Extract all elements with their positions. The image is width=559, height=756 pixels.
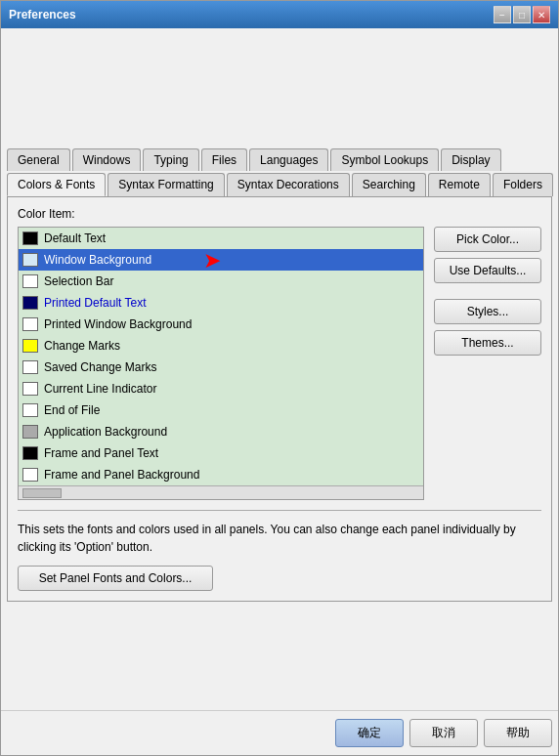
tab-panel: Color Item: Default TextWindow Backgroun… (7, 196, 552, 602)
list-item[interactable]: Printed Window Background (19, 314, 423, 335)
color-swatch (22, 403, 38, 417)
item-label: Frame and Panel Text (44, 446, 158, 460)
set-panel-fonts-button[interactable]: Set Panel Fonts and Colors... (18, 566, 213, 591)
main-area: Default TextWindow BackgroundSelection B… (18, 227, 541, 500)
maximize-button[interactable]: □ (513, 6, 531, 23)
primary-tabs: GeneralWindowsTypingFilesLanguagesSymbol… (7, 148, 552, 171)
item-label: Application Background (44, 425, 167, 439)
color-swatch (22, 296, 38, 310)
tab-languages[interactable]: Languages (249, 148, 328, 171)
tab-general[interactable]: General (7, 148, 70, 171)
color-item-list[interactable]: Default TextWindow BackgroundSelection B… (18, 227, 424, 500)
spacer (1, 602, 558, 710)
section-label: Color Item: (18, 207, 541, 221)
color-swatch (22, 468, 38, 482)
item-label: End of File (44, 403, 100, 417)
list-item[interactable]: Default Text (19, 228, 423, 249)
list-item[interactable]: Window Background (19, 249, 423, 271)
item-label: Printed Default Text (44, 296, 147, 310)
window-title: Preferences (9, 8, 76, 21)
close-button[interactable]: ✕ (533, 6, 550, 23)
tab-files[interactable]: Files (201, 148, 247, 171)
tab-typing[interactable]: Typing (143, 148, 198, 171)
list-item[interactable]: Change Marks (19, 335, 423, 357)
cancel-button[interactable]: 取消 (409, 719, 478, 747)
list-item[interactable]: Frame and Panel Text (19, 442, 423, 464)
color-swatch (22, 231, 38, 245)
tab-syntax_decorations[interactable]: Syntax Decorations (227, 173, 350, 196)
tab-syntax_formatting[interactable]: Syntax Formatting (108, 173, 224, 196)
help-button[interactable]: 帮助 (484, 719, 552, 747)
preferences-window: Preferences − □ ✕ GeneralWindowsTypingFi… (0, 0, 559, 756)
description-text: This sets the fonts and colors used in a… (18, 521, 541, 556)
themes-button[interactable]: Themes... (434, 330, 541, 356)
item-label: Frame and Panel Background (44, 468, 199, 482)
item-label: Selection Bar (44, 274, 113, 288)
item-label: Current Line Indicator (44, 382, 156, 396)
item-label: Saved Change Marks (44, 360, 156, 374)
tab-symbol_lookups[interactable]: Symbol Lookups (330, 148, 439, 171)
item-label: Window Background (44, 253, 151, 267)
title-bar: Preferences − □ ✕ (1, 1, 558, 28)
main-content (1, 28, 558, 143)
list-item[interactable]: Printed Default Text (19, 292, 423, 314)
horizontal-scrollbar[interactable] (19, 485, 423, 499)
tab-display[interactable]: Display (441, 148, 500, 171)
color-buttons-group: Pick Color... Use Defaults... (434, 227, 541, 283)
item-label: Change Marks (44, 339, 120, 353)
list-item[interactable]: Frame and Panel Background (19, 464, 423, 485)
list-item[interactable]: Current Line Indicator (19, 378, 423, 399)
item-label: Default Text (44, 231, 106, 245)
styles-button[interactable]: Styles... (434, 299, 541, 324)
item-label: Printed Window Background (44, 317, 192, 331)
color-swatch (22, 382, 38, 396)
color-swatch (22, 317, 38, 331)
bottom-bar: 确定 取消 帮助 (1, 710, 558, 755)
use-defaults-button[interactable]: Use Defaults... (434, 258, 541, 283)
color-swatch (22, 339, 38, 353)
tab-windows[interactable]: Windows (72, 148, 142, 171)
list-item[interactable]: Application Background (19, 421, 423, 442)
action-buttons: Pick Color... Use Defaults... Styles... … (434, 227, 541, 500)
pick-color-button[interactable]: Pick Color... (434, 227, 541, 252)
tab-searching[interactable]: Searching (352, 173, 426, 196)
list-item[interactable]: Saved Change Marks (19, 357, 423, 378)
confirm-button[interactable]: 确定 (335, 719, 404, 747)
color-swatch (22, 253, 38, 267)
color-swatch (22, 360, 38, 374)
color-swatch (22, 274, 38, 288)
color-swatch (22, 425, 38, 439)
secondary-tabs: Colors & FontsSyntax FormattingSyntax De… (7, 173, 552, 196)
style-buttons-group: Styles... Themes... (434, 299, 541, 356)
window-controls: − □ ✕ (494, 6, 550, 23)
tab-remote[interactable]: Remote (428, 173, 491, 196)
minimize-button[interactable]: − (494, 6, 511, 23)
tab-folders[interactable]: Folders (493, 173, 553, 196)
tab-colors_fonts[interactable]: Colors & Fonts (7, 173, 106, 196)
list-item[interactable]: Selection Bar (19, 271, 423, 292)
list-item[interactable]: End of File (19, 399, 423, 421)
separator (18, 510, 541, 511)
color-swatch (22, 446, 38, 460)
